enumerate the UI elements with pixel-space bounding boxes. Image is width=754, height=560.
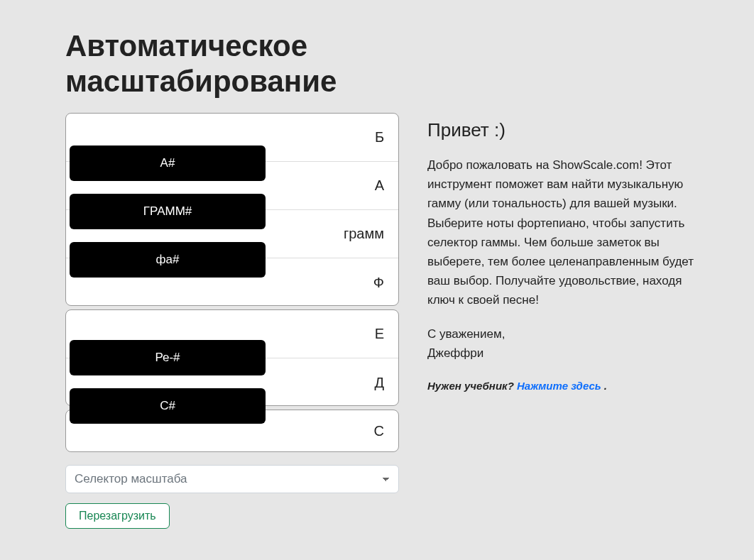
black-key-c-sharp[interactable]: С# [70, 388, 266, 424]
white-key-label: А [375, 177, 384, 194]
black-key-a-sharp[interactable]: А# [70, 146, 266, 181]
white-key-label: Ф [373, 274, 384, 290]
tutorial-prompt-text: Нужен учебник? [427, 380, 517, 392]
tutorial-link[interactable]: Нажмите здесь [517, 380, 604, 392]
piano-keyboard: Б А грамм Ф Е Д [65, 113, 399, 452]
tutorial-prompt: Нужен учебник? Нажмите здесь . [427, 380, 697, 392]
white-key-label: С [374, 422, 384, 439]
white-key-label: грамм [344, 226, 384, 242]
scale-selector[interactable]: Селектор масштаба [65, 465, 399, 493]
welcome-paragraph: Добро пожаловать на ShowScale.com! Этот … [427, 155, 697, 310]
white-key-label: Д [374, 374, 384, 390]
black-key-d-sharp[interactable]: Ре-# [70, 340, 266, 375]
signoff-name: Джеффри [427, 346, 483, 360]
reload-button[interactable]: Перезагрузить [65, 503, 170, 529]
signoff-regards: С уважением, [427, 327, 505, 341]
black-key-g-sharp[interactable]: ГРАММ# [70, 194, 266, 229]
signoff: С уважением, Джеффри [427, 324, 697, 363]
white-key-label: Е [375, 326, 384, 342]
black-key-f-sharp[interactable]: фа# [70, 242, 266, 278]
greeting-heading: Привет :) [427, 119, 697, 141]
tutorial-period: . [604, 380, 607, 392]
white-key-label: Б [375, 129, 384, 146]
scale-selector-wrap: Селектор масштаба [65, 465, 399, 493]
page-title: Автоматическое масштабирование [65, 28, 399, 100]
